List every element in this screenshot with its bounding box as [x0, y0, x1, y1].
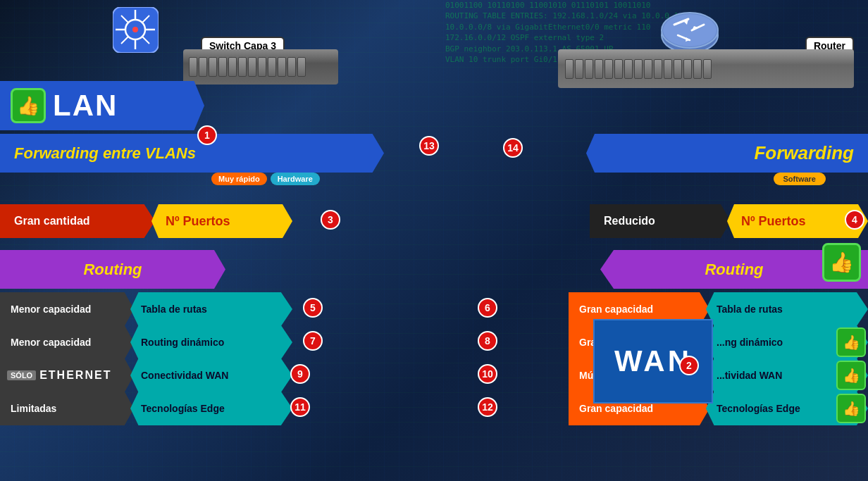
badge-13: 13: [419, 136, 439, 156]
solo-ethernet: SÓLO ETHERNET: [0, 358, 134, 392]
menor-capacidad-1: Menor capacidad: [0, 292, 134, 326]
numpuertos-left: Nº Puertos: [151, 204, 292, 238]
badge-10: 10: [478, 364, 497, 384]
menor-capacidad-2: Menor capacidad: [0, 325, 134, 359]
tag-hardware: Hardware: [271, 173, 320, 185]
gran-cantidad: Gran cantidad: [0, 204, 155, 238]
badge-11: 11: [290, 397, 310, 417]
tabla-rutas-right-1: Tabla de rutas: [706, 292, 868, 326]
forwarding-vlans-text: Forwarding entre VLANs: [14, 144, 196, 163]
ports-row-right: Reducido Nº Puertos: [516, 204, 868, 238]
forwarding-right-banner: Forwarding: [586, 134, 868, 173]
badge-9: 9: [290, 364, 310, 384]
tabla-rutas-1: Tabla de rutas: [130, 292, 292, 326]
badge-6: 6: [478, 298, 497, 318]
thumbs-small-2: 👍: [836, 361, 866, 390]
switch-icon: [113, 7, 159, 56]
thumbs-small-3: 👍: [836, 394, 866, 423]
badge-5: 5: [303, 298, 323, 318]
lan-banner: 👍 LAN: [0, 81, 204, 130]
badge-8: 8: [478, 331, 497, 351]
tag-muy-rapido: Muy rápido: [211, 173, 267, 185]
tecnologias-edge-1: Tecnologías Edge: [130, 392, 292, 425]
forwarding-vlans-banner: Forwarding entre VLANs: [0, 134, 384, 173]
routing-left: Routing: [83, 261, 142, 279]
reducido: Reducido: [590, 204, 731, 238]
badge-14: 14: [503, 138, 523, 158]
svg-point-2: [132, 27, 138, 32]
badge-1: 1: [197, 125, 217, 145]
routing-dinamico-1: Routing dinámico: [130, 325, 292, 359]
badge-4: 4: [845, 210, 864, 230]
thumbs-small-1: 👍: [836, 327, 866, 357]
lan-text: LAN: [53, 89, 118, 123]
tag-software: Software: [774, 173, 826, 185]
sub-tags-left: Muy rápido Hardware: [211, 173, 320, 185]
limitadas: Limitadas: [0, 392, 134, 425]
routing-row-left: Routing: [0, 250, 225, 289]
svg-point-13: [663, 14, 717, 46]
router-hardware-img: [558, 49, 854, 88]
conectividad-wan-1: Conectividad WAN: [130, 358, 292, 392]
badge-2: 2: [679, 356, 699, 375]
forwarding-right-text: Forwarding: [754, 142, 854, 164]
switch-hardware-img: [183, 49, 338, 85]
routing-right: Routing: [705, 261, 763, 279]
thumbs-up-left: 👍: [11, 88, 46, 123]
badge-3: 3: [321, 210, 340, 230]
badge-12: 12: [478, 397, 497, 417]
thumbs-up-routing-right: 👍: [822, 243, 861, 282]
badge-7: 7: [303, 331, 323, 351]
